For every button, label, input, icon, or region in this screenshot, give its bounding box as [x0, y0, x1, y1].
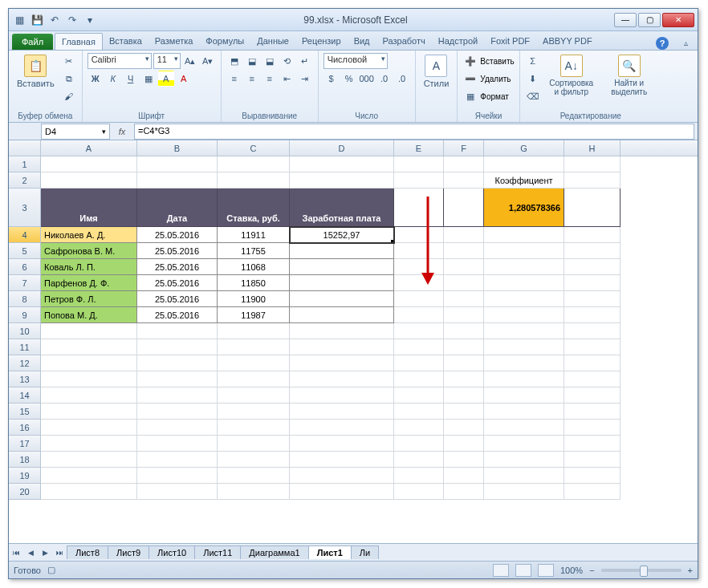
decrease-decimal-icon[interactable]: .0 [394, 71, 410, 87]
row-header-18[interactable]: 18 [9, 452, 41, 468]
cell[interactable] [444, 227, 484, 243]
cell[interactable] [484, 275, 564, 291]
cell[interactable] [394, 189, 444, 227]
comma-icon[interactable]: 000 [359, 71, 375, 87]
row-header-2[interactable]: 2 [9, 172, 41, 189]
cell[interactable] [444, 259, 484, 275]
col-header-F[interactable]: F [444, 140, 484, 156]
merge-icon[interactable]: ⇥ [297, 71, 313, 87]
sheet-tab-Диаграмма1[interactable]: Диаграмма1 [240, 545, 308, 559]
cell[interactable] [41, 172, 137, 189]
cell[interactable] [564, 307, 621, 323]
styles-button[interactable]: A Стили [421, 53, 453, 90]
minimize-button[interactable]: — [614, 13, 637, 27]
cell[interactable] [564, 323, 621, 339]
cell[interactable] [41, 452, 137, 468]
cell[interactable] [444, 468, 484, 484]
cell[interactable] [444, 291, 484, 307]
cell[interactable] [218, 468, 290, 484]
cell[interactable] [484, 420, 564, 436]
cell[interactable] [564, 420, 621, 436]
row-header-11[interactable]: 11 [9, 339, 41, 355]
cell[interactable] [290, 172, 394, 189]
cell[interactable] [218, 484, 290, 500]
cell[interactable] [444, 339, 484, 355]
insert-cells-icon[interactable]: ➕ [462, 53, 478, 69]
macro-record-icon[interactable]: ▢ [47, 565, 55, 575]
data-cell[interactable]: Сафронова В. М. [41, 243, 137, 259]
undo-icon[interactable]: ↶ [47, 13, 62, 27]
percent-icon[interactable]: % [341, 71, 357, 87]
zoom-out-button[interactable]: − [589, 566, 594, 575]
cell[interactable] [218, 436, 290, 452]
cell[interactable] [564, 355, 621, 371]
cell[interactable] [564, 436, 621, 452]
cell[interactable] [290, 323, 394, 339]
cell[interactable] [394, 436, 444, 452]
align-bottom-icon[interactable]: ⬓ [262, 53, 278, 69]
align-right-icon[interactable]: ≡ [262, 71, 278, 87]
cell[interactable] [444, 189, 484, 227]
bold-button[interactable]: Ж [87, 71, 104, 87]
cell[interactable] [444, 371, 484, 387]
row-header-10[interactable]: 10 [9, 323, 41, 339]
font-size-combo[interactable]: 11 [153, 53, 181, 69]
tab-foxit pdf[interactable]: Foxit PDF [484, 33, 536, 50]
row-header-12[interactable]: 12 [9, 355, 41, 371]
cell[interactable] [218, 452, 290, 468]
align-top-icon[interactable]: ⬒ [226, 53, 242, 69]
align-middle-icon[interactable]: ⬓ [244, 53, 260, 69]
cell[interactable] [394, 323, 444, 339]
italic-button[interactable]: К [105, 71, 121, 87]
col-header-D[interactable]: D [290, 140, 394, 156]
cell[interactable] [394, 243, 444, 259]
insert-label[interactable]: Вставить [480, 57, 514, 66]
cell[interactable] [564, 484, 621, 500]
namebox-dropdown-icon[interactable]: ▾ [102, 128, 106, 136]
cell[interactable] [484, 323, 564, 339]
cell[interactable] [137, 371, 218, 387]
redo-icon[interactable]: ↷ [65, 13, 79, 27]
cut-icon[interactable]: ✂ [61, 53, 77, 69]
cell[interactable] [444, 403, 484, 420]
save-icon[interactable]: 💾 [30, 13, 44, 27]
currency-icon[interactable]: $ [323, 71, 340, 87]
fill-handle[interactable] [391, 240, 394, 243]
cell[interactable] [564, 243, 621, 259]
cell[interactable] [564, 339, 621, 355]
paste-button[interactable]: 📋 Вставить [14, 53, 58, 90]
cell[interactable] [484, 259, 564, 275]
cell[interactable] [484, 436, 564, 452]
cell[interactable] [444, 156, 484, 172]
data-cell[interactable]: 25.05.2016 [137, 275, 218, 291]
help-icon[interactable]: ? [656, 37, 669, 50]
row-header-14[interactable]: 14 [9, 387, 41, 403]
data-cell[interactable] [290, 307, 394, 323]
data-cell[interactable]: 25.05.2016 [137, 307, 218, 323]
format-painter-icon[interactable]: 🖌 [61, 88, 77, 104]
close-button[interactable]: ✕ [662, 13, 694, 27]
cell[interactable] [137, 387, 218, 403]
cell[interactable] [394, 172, 444, 189]
cell[interactable] [564, 227, 621, 243]
data-cell[interactable]: 11068 [218, 259, 290, 275]
cell[interactable] [394, 452, 444, 468]
cell[interactable] [564, 189, 621, 227]
ribbon-minimize-icon[interactable]: ▵ [678, 35, 693, 50]
cell[interactable] [484, 371, 564, 387]
sheet-tab-Лист10[interactable]: Лист10 [149, 545, 195, 559]
cell[interactable] [484, 291, 564, 307]
cell[interactable] [444, 436, 484, 452]
number-format-combo[interactable]: Числовой [323, 53, 388, 69]
row-header-5[interactable]: 5 [9, 243, 41, 259]
find-select-button[interactable]: 🔍 Найти и выделить [602, 53, 657, 98]
cell[interactable] [394, 156, 444, 172]
cell[interactable] [484, 227, 564, 243]
formula-input[interactable]: =C4*G3 [134, 124, 694, 140]
cell[interactable] [218, 355, 290, 371]
cell[interactable] [444, 387, 484, 403]
sheet-tab-Лист8[interactable]: Лист8 [67, 545, 108, 559]
page-layout-view-button[interactable] [515, 564, 531, 577]
cell[interactable] [394, 371, 444, 387]
cell[interactable] [484, 307, 564, 323]
